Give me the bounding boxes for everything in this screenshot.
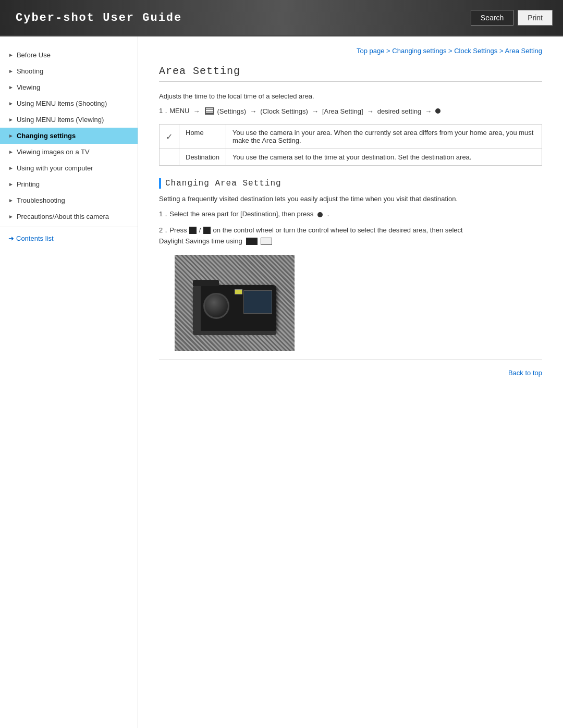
sidebar-item-printing[interactable]: ► Printing [0,176,138,192]
chevron-right-icon: ► [8,149,14,155]
check-cell: ✓ [160,125,179,149]
chevron-right-icon: ► [8,68,14,74]
sidebar-item-label: Troubleshooting [17,196,65,204]
ctrl-daylight2-icon [261,238,272,245]
check-cell-empty [160,149,179,166]
sidebar-item-label: Viewing [17,83,40,91]
page-description: Adjusts the time to the local time of a … [159,92,542,100]
chevron-right-icon: ► [8,198,14,203]
breadcrumb-changing-settings[interactable]: Changing settings [392,47,446,55]
chevron-right-icon: ► [8,165,14,171]
bullet-icon [435,108,440,114]
table-row: ✓ Home You use the camera in your area. … [160,125,542,149]
sidebar-item-menu-shooting[interactable]: ► Using MENU items (Shooting) [0,95,138,112]
sidebar-item-shooting[interactable]: ► Shooting [0,63,138,79]
chevron-right-icon: ► [8,84,14,90]
table-row: Destination You use the camera set to th… [160,149,542,166]
header: Cyber-shot User Guide Search Print [0,0,563,36]
sidebar-item-label: Viewing images on a TV [17,148,90,156]
table-label-destination: Destination [179,149,226,166]
section2-title: Changing Area Setting [159,178,542,189]
menu-settings-icon [205,107,214,115]
section2-description: Setting a frequently visited destination… [159,195,542,203]
camera-image-inner [175,255,295,351]
arrow-icon: → [193,107,200,115]
breadcrumb-top[interactable]: Top page [357,47,385,55]
sidebar-item-label: Using MENU items (Shooting) [17,100,107,107]
print-button[interactable]: Print [518,10,553,26]
sidebar-item-viewing-tv[interactable]: ► Viewing images on a TV [0,144,138,160]
bullet-icon [317,212,323,217]
back-to-top-container: Back to top [159,360,542,379]
sidebar-item-viewing[interactable]: ► Viewing [0,79,138,95]
settings-table: ✓ Home You use the camera in your area. … [159,124,542,166]
arrow-icon: → [425,107,432,115]
content-area: Top page > Changing settings > Clock Set… [138,36,563,728]
camera-image [175,255,295,351]
menu-desired-label: desired setting [377,107,422,115]
main-layout: ► Before Use ► Shooting ► Viewing ► Usin… [0,36,563,728]
contents-list-link[interactable]: ➜ Contents list [0,229,138,248]
menu-clock-label: (Clock Settings) [260,107,308,115]
ctrl-left-icon [189,227,197,234]
sidebar-item-label: Before Use [17,51,51,59]
step2-text: 2．Press / on the control wheel or turn t… [159,225,542,247]
checkmark-icon: ✓ [166,132,173,141]
search-button[interactable]: Search [471,10,513,26]
ctrl-right-icon [203,227,211,234]
sidebar-item-label: Printing [17,180,40,188]
breadcrumb: Top page > Changing settings > Clock Set… [159,47,542,55]
chevron-right-icon: ► [8,181,14,187]
step1-text: 1．Select the area part for [Destination]… [159,209,542,220]
sidebar-item-label: Changing settings [17,132,76,140]
chevron-right-icon: ► [8,52,14,58]
sidebar: ► Before Use ► Shooting ► Viewing ► Usin… [0,36,138,728]
contents-list-label: Contents list [16,235,54,242]
app-title: Cyber-shot User Guide [0,11,182,24]
arrow-right-icon: ➜ [8,235,14,242]
sidebar-item-before-use[interactable]: ► Before Use [0,47,138,63]
sidebar-item-precautions[interactable]: ► Precautions/About this camera [0,208,138,225]
sidebar-item-menu-viewing[interactable]: ► Using MENU items (Viewing) [0,112,138,128]
menu-settings-label: (Settings) [217,107,247,115]
sidebar-item-label: Using MENU items (Viewing) [17,116,104,124]
sidebar-item-label: Using with your computer [17,164,93,172]
arrow-icon: → [367,107,374,115]
sidebar-item-computer[interactable]: ► Using with your computer [0,160,138,176]
section2-title-text: Changing Area Setting [165,179,282,188]
chevron-right-icon: ► [8,117,14,122]
menu-instruction: 1．MENU → (Settings) → (Clock Settings) →… [159,106,542,116]
table-desc-home: You use the camera in your area. When th… [226,125,542,149]
menu-step-number: 1．MENU [159,106,190,116]
sidebar-item-label: Precautions/About this camera [17,213,109,220]
arrow-icon: → [250,107,256,115]
table-desc-destination: You use the camera set to the time at yo… [226,149,542,166]
step2-slash: / [199,226,201,234]
step2-suffix: on the control wheel or turn the control… [213,226,463,234]
ctrl-daylight-icon [246,238,258,245]
step2-daylight-label: Daylight Savings time using [159,237,242,245]
breadcrumb-clock-settings[interactable]: Clock Settings [454,47,497,55]
chevron-right-icon: ► [8,133,14,139]
step2-prefix: 2．Press [159,226,189,234]
back-to-top-link[interactable]: Back to top [508,369,542,377]
sidebar-item-label: Shooting [17,67,43,75]
breadcrumb-current: Area Setting [505,47,542,55]
page-title: Area Setting [159,65,542,82]
table-label-home: Home [179,125,226,149]
step1-period: ． [325,210,332,218]
header-buttons: Search Print [471,10,563,26]
sidebar-divider [0,227,138,227]
chevron-right-icon: ► [8,214,14,219]
menu-area-label: [Area Setting] [322,107,363,115]
chevron-right-icon: ► [8,101,14,106]
arrow-icon: → [312,107,319,115]
sidebar-item-changing-settings[interactable]: ► Changing settings [0,128,138,144]
sidebar-item-troubleshooting[interactable]: ► Troubleshooting [0,192,138,208]
section-bar-icon [159,178,161,189]
step1-label: 1．Select the area part for [Destination]… [159,210,313,218]
